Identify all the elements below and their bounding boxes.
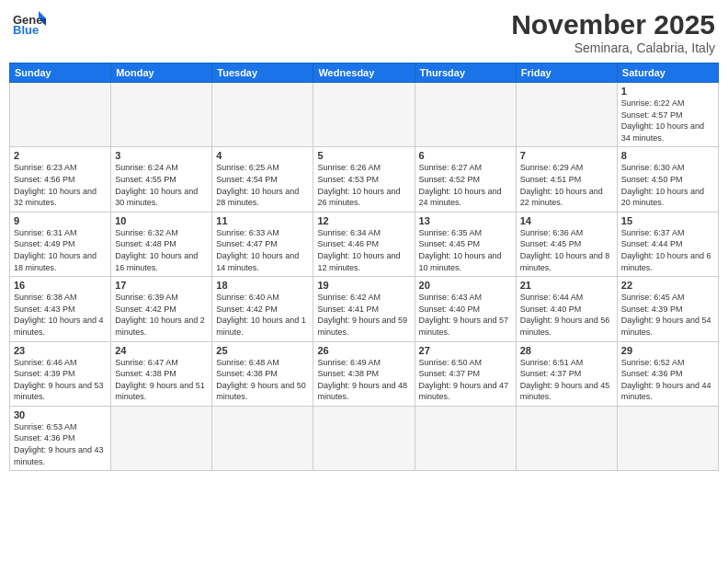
day-info: Sunrise: 6:31 AM Sunset: 4:49 PM Dayligh…	[14, 227, 107, 273]
cell-w3-d5: 13Sunrise: 6:35 AM Sunset: 4:45 PM Dayli…	[415, 212, 516, 276]
day-info: Sunrise: 6:29 AM Sunset: 4:51 PM Dayligh…	[520, 162, 613, 208]
header-tuesday: Tuesday	[212, 63, 313, 83]
cell-w3-d7: 15Sunrise: 6:37 AM Sunset: 4:44 PM Dayli…	[617, 212, 718, 276]
day-info: Sunrise: 6:51 AM Sunset: 4:37 PM Dayligh…	[520, 357, 613, 403]
month-title: November 2025	[511, 9, 715, 40]
day-number: 20	[419, 280, 512, 291]
day-info: Sunrise: 6:25 AM Sunset: 4:54 PM Dayligh…	[216, 162, 309, 208]
day-number: 7	[520, 150, 613, 161]
day-number: 21	[520, 280, 613, 291]
calendar: Sunday Monday Tuesday Wednesday Thursday…	[9, 63, 719, 471]
day-info: Sunrise: 6:23 AM Sunset: 4:56 PM Dayligh…	[14, 162, 107, 208]
day-info: Sunrise: 6:27 AM Sunset: 4:52 PM Dayligh…	[419, 162, 512, 208]
cell-w2-d4: 5Sunrise: 6:26 AM Sunset: 4:53 PM Daylig…	[313, 147, 415, 212]
cell-w2-d2: 3Sunrise: 6:24 AM Sunset: 4:55 PM Daylig…	[111, 147, 212, 212]
day-info: Sunrise: 6:50 AM Sunset: 4:37 PM Dayligh…	[419, 357, 512, 403]
cell-w4-d3: 18Sunrise: 6:40 AM Sunset: 4:42 PM Dayli…	[212, 277, 313, 341]
week-row-6: 30Sunrise: 6:53 AM Sunset: 4:36 PM Dayli…	[10, 406, 719, 470]
cell-w1-d2	[111, 83, 212, 147]
day-info: Sunrise: 6:32 AM Sunset: 4:48 PM Dayligh…	[115, 227, 208, 273]
cell-w1-d7: 1Sunrise: 6:22 AM Sunset: 4:57 PM Daylig…	[617, 83, 718, 147]
day-info: Sunrise: 6:49 AM Sunset: 4:38 PM Dayligh…	[317, 357, 410, 403]
cell-w4-d7: 22Sunrise: 6:45 AM Sunset: 4:39 PM Dayli…	[617, 277, 718, 341]
header-wednesday: Wednesday	[313, 63, 415, 83]
day-number: 28	[520, 345, 613, 356]
header-friday: Friday	[516, 63, 617, 83]
day-info: Sunrise: 6:34 AM Sunset: 4:46 PM Dayligh…	[317, 227, 410, 273]
day-info: Sunrise: 6:24 AM Sunset: 4:55 PM Dayligh…	[115, 162, 208, 208]
cell-w4-d2: 17Sunrise: 6:39 AM Sunset: 4:42 PM Dayli…	[111, 277, 212, 341]
day-info: Sunrise: 6:52 AM Sunset: 4:36 PM Dayligh…	[621, 357, 714, 403]
cell-w6-d4	[313, 406, 415, 470]
day-number: 12	[317, 215, 410, 226]
day-info: Sunrise: 6:35 AM Sunset: 4:45 PM Dayligh…	[419, 227, 512, 273]
day-number: 4	[216, 150, 309, 161]
cell-w3-d6: 14Sunrise: 6:36 AM Sunset: 4:45 PM Dayli…	[516, 212, 617, 276]
day-number: 25	[216, 345, 309, 356]
logo-icon: General Blue	[13, 9, 46, 35]
cell-w5-d1: 23Sunrise: 6:46 AM Sunset: 4:39 PM Dayli…	[10, 341, 111, 406]
day-number: 14	[520, 215, 613, 226]
day-number: 6	[419, 150, 512, 161]
cell-w3-d3: 11Sunrise: 6:33 AM Sunset: 4:47 PM Dayli…	[212, 212, 313, 276]
day-number: 2	[14, 150, 107, 161]
cell-w2-d7: 8Sunrise: 6:30 AM Sunset: 4:50 PM Daylig…	[617, 147, 718, 212]
cell-w2-d3: 4Sunrise: 6:25 AM Sunset: 4:54 PM Daylig…	[212, 147, 313, 212]
day-number: 11	[216, 215, 309, 226]
cell-w1-d4	[313, 83, 415, 147]
day-number: 29	[621, 345, 714, 356]
cell-w3-d4: 12Sunrise: 6:34 AM Sunset: 4:46 PM Dayli…	[313, 212, 415, 276]
week-row-3: 9Sunrise: 6:31 AM Sunset: 4:49 PM Daylig…	[10, 212, 719, 276]
cell-w6-d2	[111, 406, 212, 470]
day-number: 17	[115, 280, 208, 291]
day-number: 30	[14, 409, 107, 420]
day-info: Sunrise: 6:36 AM Sunset: 4:45 PM Dayligh…	[520, 227, 613, 273]
cell-w6-d6	[516, 406, 617, 470]
day-number: 24	[115, 345, 208, 356]
cell-w6-d5	[415, 406, 516, 470]
cell-w1-d5	[415, 83, 516, 147]
cell-w1-d6	[516, 83, 617, 147]
header: General Blue November 2025 Seminara, Cal…	[9, 9, 719, 55]
header-saturday: Saturday	[617, 63, 718, 83]
day-number: 13	[419, 215, 512, 226]
weekday-header-row: Sunday Monday Tuesday Wednesday Thursday…	[10, 63, 719, 83]
day-info: Sunrise: 6:53 AM Sunset: 4:36 PM Dayligh…	[14, 421, 107, 467]
cell-w4-d6: 21Sunrise: 6:44 AM Sunset: 4:40 PM Dayli…	[516, 277, 617, 341]
cell-w6-d3	[212, 406, 313, 470]
day-number: 26	[317, 345, 410, 356]
day-info: Sunrise: 6:43 AM Sunset: 4:40 PM Dayligh…	[419, 292, 512, 338]
cell-w4-d5: 20Sunrise: 6:43 AM Sunset: 4:40 PM Dayli…	[415, 277, 516, 341]
header-monday: Monday	[111, 63, 212, 83]
day-number: 23	[14, 345, 107, 356]
day-info: Sunrise: 6:45 AM Sunset: 4:39 PM Dayligh…	[621, 292, 714, 338]
day-info: Sunrise: 6:33 AM Sunset: 4:47 PM Dayligh…	[216, 227, 309, 273]
cell-w3-d1: 9Sunrise: 6:31 AM Sunset: 4:49 PM Daylig…	[10, 212, 111, 276]
day-number: 19	[317, 280, 410, 291]
day-number: 18	[216, 280, 309, 291]
day-info: Sunrise: 6:39 AM Sunset: 4:42 PM Dayligh…	[115, 292, 208, 338]
week-row-1: 1Sunrise: 6:22 AM Sunset: 4:57 PM Daylig…	[10, 83, 719, 147]
week-row-2: 2Sunrise: 6:23 AM Sunset: 4:56 PM Daylig…	[10, 147, 719, 212]
day-info: Sunrise: 6:48 AM Sunset: 4:38 PM Dayligh…	[216, 357, 309, 403]
day-info: Sunrise: 6:22 AM Sunset: 4:57 PM Dayligh…	[621, 98, 714, 144]
header-thursday: Thursday	[415, 63, 516, 83]
cell-w6-d1: 30Sunrise: 6:53 AM Sunset: 4:36 PM Dayli…	[10, 406, 111, 470]
day-info: Sunrise: 6:46 AM Sunset: 4:39 PM Dayligh…	[14, 357, 107, 403]
week-row-5: 23Sunrise: 6:46 AM Sunset: 4:39 PM Dayli…	[10, 341, 719, 406]
day-number: 16	[14, 280, 107, 291]
cell-w5-d4: 26Sunrise: 6:49 AM Sunset: 4:38 PM Dayli…	[313, 341, 415, 406]
cell-w4-d1: 16Sunrise: 6:38 AM Sunset: 4:43 PM Dayli…	[10, 277, 111, 341]
day-number: 8	[621, 150, 714, 161]
title-block: November 2025 Seminara, Calabria, Italy	[511, 9, 715, 55]
cell-w5-d5: 27Sunrise: 6:50 AM Sunset: 4:37 PM Dayli…	[415, 341, 516, 406]
cell-w5-d2: 24Sunrise: 6:47 AM Sunset: 4:38 PM Dayli…	[111, 341, 212, 406]
logo: General Blue	[13, 9, 46, 35]
svg-text:Blue: Blue	[13, 23, 39, 35]
cell-w6-d7	[617, 406, 718, 470]
cell-w5-d7: 29Sunrise: 6:52 AM Sunset: 4:36 PM Dayli…	[617, 341, 718, 406]
day-info: Sunrise: 6:26 AM Sunset: 4:53 PM Dayligh…	[317, 162, 410, 208]
subtitle: Seminara, Calabria, Italy	[511, 40, 715, 55]
cell-w4-d4: 19Sunrise: 6:42 AM Sunset: 4:41 PM Dayli…	[313, 277, 415, 341]
day-info: Sunrise: 6:42 AM Sunset: 4:41 PM Dayligh…	[317, 292, 410, 338]
